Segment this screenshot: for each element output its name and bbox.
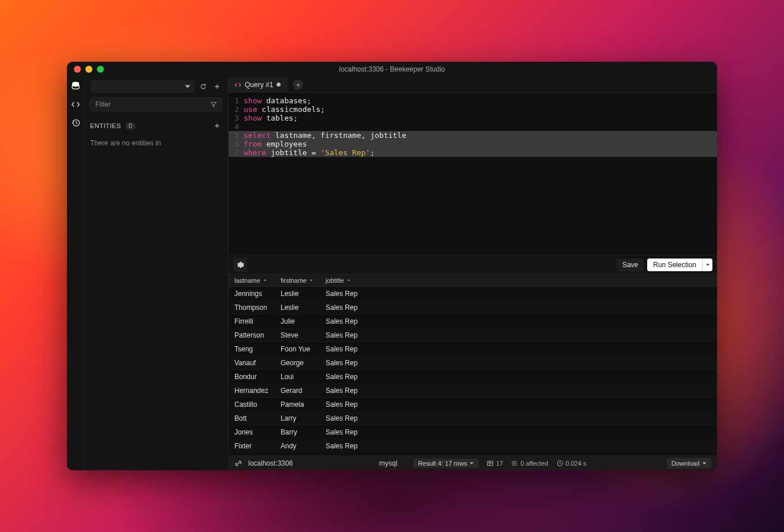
code-line[interactable]: 5select lastname, firstname, jobtitle [229, 131, 717, 140]
cell-jobtitle: Sales Rep [320, 290, 378, 298]
run-selection-button[interactable]: Run Selection [647, 258, 702, 271]
sql-editor[interactable]: 1show databases;2use classicmodels;3show… [229, 93, 717, 254]
database-icon[interactable] [71, 81, 80, 91]
table-row[interactable]: TsengFoon YueSales Rep [229, 342, 717, 356]
code-line[interactable]: 7where jobtitle = 'Sales Rep'; [229, 148, 717, 157]
run-dropdown-button[interactable] [702, 258, 712, 271]
statusbar: localhost:3306 mysql Result 4: 17 rows 1… [229, 455, 717, 470]
column-header-firstname[interactable]: firstname [275, 277, 320, 284]
action-buttons: Save Run Selection [617, 258, 712, 271]
code-line[interactable]: 2use classicmodels; [229, 105, 717, 114]
line-number: 2 [229, 105, 244, 114]
sort-asc-icon [263, 278, 267, 283]
cell-firstname: Steve [275, 331, 320, 339]
settings-button[interactable] [233, 258, 247, 272]
code-content: show databases; [244, 96, 717, 105]
row-count: 17 [487, 460, 503, 467]
cell-firstname: Foon Yue [275, 345, 320, 353]
chevron-down-icon [469, 461, 474, 466]
cell-jobtitle: Sales Rep [320, 400, 378, 409]
cell-firstname: Larry [275, 414, 320, 422]
cell-lastname: Castillo [229, 400, 275, 409]
code-line[interactable]: 6from employees [229, 140, 717, 148]
add-icon[interactable] [212, 81, 222, 92]
cell-firstname: Leslie [275, 304, 320, 312]
code-line[interactable]: 4 [229, 122, 717, 131]
cell-lastname: Hernandez [229, 387, 275, 395]
cell-lastname: Fixter [229, 442, 275, 450]
table-row[interactable]: FirrelliJulieSales Rep [229, 314, 717, 328]
cell-firstname: Andy [275, 442, 320, 450]
line-number: 1 [229, 96, 244, 105]
db-type-label: mysql [379, 459, 397, 467]
line-number: 3 [229, 114, 244, 122]
cell-jobtitle: Sales Rep [320, 331, 378, 339]
sort-asc-icon [346, 278, 351, 283]
window-title: localhost:3306 - Beekeeper Studio [67, 65, 717, 73]
code-icon[interactable] [71, 100, 80, 109]
new-tab-button[interactable]: ＋ [293, 80, 303, 90]
table-row[interactable]: BondurLouiSales Rep [229, 370, 717, 384]
table-row[interactable]: JenningsLeslieSales Rep [229, 287, 717, 301]
line-number: 4 [229, 122, 244, 131]
maximize-window-button[interactable] [97, 66, 104, 73]
refresh-icon[interactable] [198, 81, 208, 92]
result-selector[interactable]: Result 4: 17 rows [413, 459, 479, 468]
close-window-button[interactable] [74, 66, 81, 73]
sort-asc-icon [309, 278, 313, 283]
database-selector[interactable] [90, 80, 195, 93]
results-body[interactable]: JenningsLeslieSales RepThompsonLeslieSal… [229, 287, 717, 455]
table-row[interactable]: CastilloPamelaSales Rep [229, 398, 717, 411]
cell-firstname: Julie [275, 317, 320, 325]
table-row[interactable]: HernandezGerardSales Rep [229, 384, 717, 398]
app-window: localhost:3306 - Beekeeper Studio [67, 62, 717, 470]
column-header-jobtitle[interactable]: jobtitle [320, 277, 378, 284]
sidebar: Filter ENTITIES 0 There are no entities … [84, 77, 229, 470]
cell-firstname: George [275, 359, 320, 367]
rows-icon [511, 460, 518, 467]
cell-jobtitle: Sales Rep [320, 414, 378, 422]
cell-jobtitle: Sales Rep [320, 428, 378, 436]
table-row[interactable]: FixterAndySales Rep [229, 439, 717, 453]
code-content [244, 122, 717, 131]
cell-jobtitle: Sales Rep [320, 359, 378, 367]
status-left: localhost:3306 [234, 459, 298, 467]
cell-jobtitle: Sales Rep [320, 345, 378, 353]
code-content: use classicmodels; [244, 105, 717, 114]
table-row[interactable]: BottLarrySales Rep [229, 411, 717, 425]
results-header: lastname firstname jobtitle [229, 274, 717, 287]
table-row[interactable]: VanaufGeorgeSales Rep [229, 356, 717, 370]
table-row[interactable]: ThompsonLeslieSales Rep [229, 301, 717, 314]
editor-action-row: Save Run Selection [229, 254, 717, 274]
status-mid: mysql Result 4: 17 rows 17 0 affected [379, 459, 587, 468]
cell-firstname: Barry [275, 428, 320, 436]
cell-firstname: Leslie [275, 290, 320, 298]
history-icon[interactable] [71, 118, 80, 128]
link-icon [234, 459, 242, 467]
cell-lastname: Jennings [229, 290, 275, 298]
save-button[interactable]: Save [617, 258, 644, 271]
titlebar: localhost:3306 - Beekeeper Studio [67, 62, 717, 77]
entities-label: ENTITIES [90, 122, 121, 129]
code-content: from employees [244, 140, 717, 148]
body-area: Filter ENTITIES 0 There are no entities … [67, 77, 717, 470]
download-button[interactable]: Download [667, 458, 711, 469]
code-line[interactable]: 1show databases; [229, 96, 717, 105]
minimize-window-button[interactable] [85, 66, 92, 73]
cell-lastname: Bondur [229, 373, 275, 381]
results-panel: lastname firstname jobtitle JenningsLesl… [229, 274, 717, 455]
tab-query-1[interactable]: Query #1 [229, 77, 287, 93]
cell-lastname: Thompson [229, 304, 275, 312]
unsaved-indicator-icon [277, 83, 281, 87]
add-entity-icon[interactable] [212, 121, 222, 131]
entities-header: ENTITIES 0 [90, 121, 222, 131]
table-row[interactable]: JonesBarrySales Rep [229, 425, 717, 439]
query-time: 0.024 s [557, 460, 587, 467]
table-row[interactable]: PattersonSteveSales Rep [229, 328, 717, 342]
cell-lastname: Tseng [229, 345, 275, 353]
filter-input[interactable]: Filter [90, 98, 222, 111]
code-line[interactable]: 3show tables; [229, 114, 717, 122]
traffic-lights [74, 66, 104, 73]
column-header-lastname[interactable]: lastname [229, 277, 275, 284]
connection-label: localhost:3306 [248, 459, 293, 467]
